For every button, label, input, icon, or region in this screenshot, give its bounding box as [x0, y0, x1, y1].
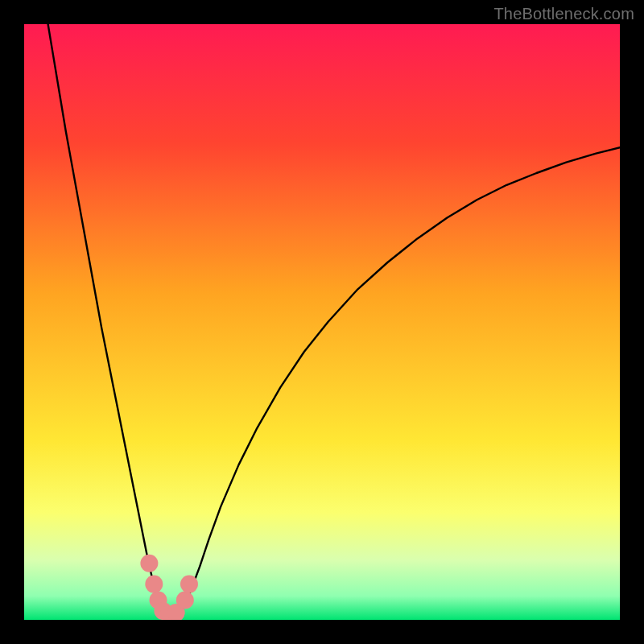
watermark-text: TheBottleneck.com	[493, 5, 634, 23]
chart-background	[24, 24, 620, 620]
chart-svg	[24, 24, 620, 620]
chart-frame: TheBottleneck.com	[0, 0, 644, 644]
marker-point	[140, 555, 158, 572]
marker-point	[145, 576, 163, 593]
marker-point	[176, 592, 194, 609]
chart-plot-area	[24, 24, 620, 620]
marker-point	[180, 576, 198, 593]
